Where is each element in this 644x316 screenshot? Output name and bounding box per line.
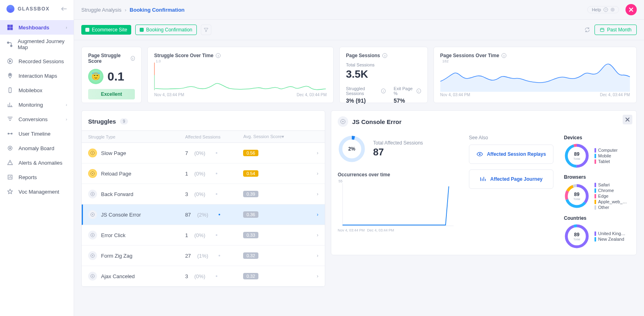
struggle-detail-panel: JS Console Error 2% — [331, 110, 637, 255]
chevron-right-icon: › — [66, 102, 67, 107]
sessions-pct: (2%) — [197, 212, 208, 218]
col-type[interactable]: Struggle Type — [88, 134, 185, 139]
filter-button[interactable] — [201, 25, 211, 35]
struggle-type-icon — [88, 210, 97, 219]
svg-text:Total: Total — [574, 157, 580, 161]
sidebar-item-reports[interactable]: Reports — [0, 170, 74, 184]
svg-rect-2 — [8, 28, 10, 30]
info-icon[interactable]: i — [502, 53, 506, 58]
site-chip[interactable]: Ecommerce Site — [81, 25, 131, 35]
exit-value: 57% — [394, 97, 421, 104]
breadcrumb-current: Booking Confirmation — [130, 7, 185, 13]
spark-dot-icon — [216, 173, 217, 174]
table-row[interactable]: Back Forward 3 (0%) 0.39 › — [82, 184, 325, 204]
sessions-pct: (0%) — [194, 232, 205, 238]
grid-icon — [6, 24, 14, 31]
sidebar-item-voc-management[interactable]: Voc Management — [0, 184, 74, 199]
sessions-pct: (0%) — [194, 273, 205, 279]
session-score-chip: 0.36 — [243, 211, 258, 218]
struggle-type-icon — [88, 149, 97, 157]
date-range-label: Past Month — [607, 27, 632, 33]
sidebar-item-conversions[interactable]: Conversions › — [0, 112, 74, 126]
session-score-chip: 0.32 — [243, 252, 258, 259]
struggle-score-badge: Excellent — [88, 89, 135, 99]
notification-icon — [611, 8, 615, 12]
legend-swatch-icon — [594, 205, 596, 210]
date-range-button[interactable]: Past Month — [594, 25, 637, 35]
page-chip[interactable]: Booking Confirmation — [135, 25, 197, 35]
legend-item: Mobile — [594, 153, 617, 158]
info-icon[interactable]: i — [216, 53, 221, 58]
sidebar-item-label: Monitoring — [19, 102, 43, 108]
table-row[interactable]: Slow Page 7 (0%) 0.56 › — [82, 143, 325, 163]
table-row[interactable]: Ajax Canceled 3 (0%) 0.32 › — [82, 266, 325, 287]
filter-bar: Ecommerce Site Booking Confirmation Past… — [74, 20, 644, 40]
spark-dot-icon — [216, 193, 217, 195]
table-row[interactable]: Reload Page 1 (0%) 0.54 › — [82, 163, 325, 184]
chevron-right-icon: › — [306, 232, 318, 238]
score-emoji-icon: 😇 — [88, 69, 103, 84]
chevron-right-icon: › — [306, 253, 318, 258]
legend-label: Edge — [598, 194, 609, 198]
sidebar-item-label: Conversions — [19, 116, 47, 122]
report-icon — [6, 173, 14, 181]
table-row[interactable]: Form Zig Zag 27 (1%) 0.32 › — [82, 246, 325, 266]
affected-journey-button[interactable]: Affected Page Journey — [469, 169, 553, 189]
struggle-score-card: Page Struggle Scorei 😇 0.1 Excellent — [81, 47, 142, 103]
legend-swatch-icon — [594, 237, 596, 242]
sidebar-item-mobilebox[interactable]: Mobilebox — [0, 83, 74, 97]
total-sessions-value: 3.5K — [346, 68, 421, 81]
svg-text:Total: Total — [574, 197, 580, 201]
sidebar-item-recorded-sessions[interactable]: Recorded Sessions — [0, 54, 74, 68]
summary-row: Page Struggle Scorei 😇 0.1 Excellent Str… — [81, 47, 637, 103]
svg-point-30 — [92, 255, 93, 256]
sidebar-item-meshboards[interactable]: Meshboards › — [0, 20, 74, 35]
svg-point-34 — [343, 121, 344, 122]
table-row[interactable]: Error Click 1 (0%) 0.33 › — [82, 225, 325, 246]
chevron-right-icon: › — [66, 117, 67, 122]
detail-close-button[interactable] — [623, 115, 632, 124]
sidebar-item-label: Reports — [19, 174, 37, 180]
breadcrumb-root[interactable]: Struggle Analysis — [81, 7, 122, 13]
svg-text:89: 89 — [574, 232, 580, 238]
occ-end: Dec 4, 03:44 PM — [367, 228, 394, 232]
score-over-time-chart: 1.0 — [154, 58, 327, 92]
refresh-button[interactable] — [584, 27, 590, 33]
spark-dot-icon — [216, 152, 217, 154]
sidebar-item-user-timeline[interactable]: User Timeline — [0, 126, 74, 141]
sidebar-item-anomaly-board[interactable]: Anomaly Board — [0, 141, 74, 155]
sessions-count: 87 — [185, 212, 191, 218]
calendar-icon — [600, 27, 605, 32]
nav: Meshboards › Augmented Journey Map Recor… — [0, 19, 74, 200]
spark-dot-icon — [219, 214, 220, 215]
affected-journey-label: Affected Page Journey — [490, 176, 543, 182]
sidebar: GLASSBOX Meshboards › Augmented Journey … — [0, 0, 74, 316]
close-button[interactable] — [625, 4, 637, 15]
info-icon[interactable]: i — [382, 53, 387, 58]
help-button[interactable]: Help ? — [587, 6, 619, 13]
affected-replays-button[interactable]: Affected Session Replays — [469, 145, 553, 164]
sidebar-item-interaction-maps[interactable]: Interaction Maps — [0, 68, 74, 83]
sidebar-item-monitoring[interactable]: Monitoring › — [0, 97, 74, 112]
collapse-sidebar-icon[interactable] — [61, 6, 67, 11]
brand-name: GLASSBOX — [18, 6, 50, 12]
svg-point-4 — [7, 42, 9, 43]
info-icon[interactable]: i — [417, 89, 421, 93]
struggles-title: Struggles — [88, 118, 116, 125]
sessions-count: 3 — [185, 273, 188, 279]
col-score[interactable]: Avg. Session Score▾ — [243, 134, 306, 139]
struggles-count: 9 — [120, 118, 128, 124]
svg-point-26 — [92, 214, 93, 215]
info-icon[interactable]: i — [131, 56, 135, 61]
info-icon[interactable]: i — [381, 89, 386, 93]
donut-countries: Countries 89 Total United King…New Zeala… — [564, 215, 630, 249]
sidebar-item-alerts-anomalies[interactable]: Alerts & Anomalies — [0, 155, 74, 170]
legend-item: Computer — [594, 148, 617, 153]
col-sessions[interactable]: Affected Sessions — [185, 134, 244, 139]
chart-start-label: Nov 4, 03:44 PM — [154, 93, 184, 97]
sessions-pct: (0%) — [194, 150, 205, 156]
svg-point-24 — [92, 194, 93, 195]
table-row[interactable]: JS Console Error 87 (2%) 0.36 › — [82, 204, 325, 225]
sidebar-item-augmented-journey-map[interactable]: Augmented Journey Map — [0, 35, 74, 54]
affected-donut-chart: 2% — [338, 135, 366, 163]
